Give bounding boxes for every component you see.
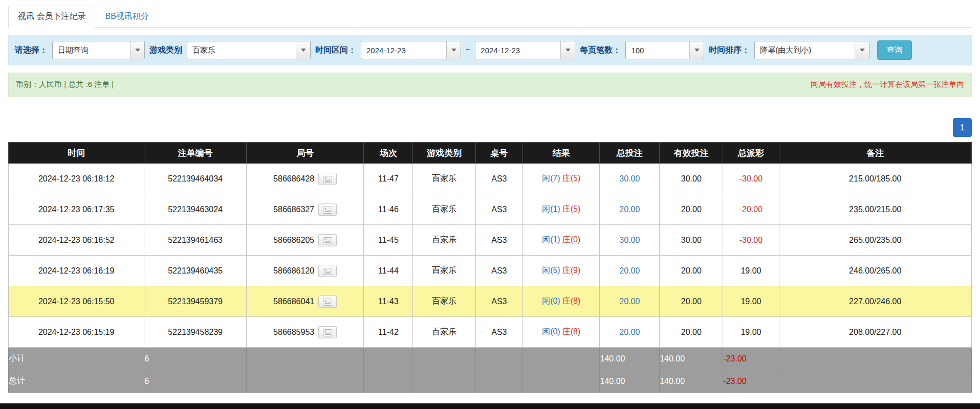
total-bet-link[interactable]: 20.00 — [619, 266, 640, 275]
round-media-button[interactable] — [318, 265, 337, 277]
cell-result: 闲(1)庄(5) — [522, 194, 600, 225]
chevron-down-icon[interactable] — [560, 41, 575, 59]
cell-payout: 19.00 — [723, 256, 779, 286]
cell-note: 215.00/185.00 — [779, 164, 972, 194]
cell-bet-id: 522139460435 — [144, 256, 246, 286]
cell-table-no: AS3 — [475, 317, 522, 348]
sort-order-select[interactable]: 降幂(由大到小) — [754, 41, 869, 59]
pagination: 1 — [8, 118, 972, 137]
cell-bet-id: 522139461463 — [144, 225, 246, 256]
image-icon — [323, 330, 332, 338]
table-body: 2024-12-23 06:18:12522139464034586686428… — [9, 164, 972, 348]
image-icon — [323, 208, 332, 215]
date-from-value: 2024-12-23 — [361, 46, 446, 55]
bottom-edge-bar — [0, 403, 980, 409]
empty-cell — [475, 348, 522, 370]
total-bet-link[interactable]: 30.00 — [619, 174, 640, 183]
chevron-down-icon[interactable] — [130, 41, 144, 59]
cell-valid-bet: 30.00 — [660, 225, 723, 256]
total-bet-link[interactable]: 20.00 — [619, 205, 640, 214]
total-valid-bet: 140.00 — [660, 370, 723, 393]
result-player: 闲(1) — [542, 235, 560, 244]
cell-table-no: AS3 — [475, 225, 522, 256]
empty-cell — [779, 370, 972, 393]
select-type-label: 请选择： — [15, 45, 48, 56]
date-to-input[interactable]: 2024-12-23 — [475, 41, 575, 59]
tab-bb-points[interactable]: BB视讯积分 — [95, 6, 158, 28]
caret-icon — [301, 49, 306, 52]
cell-session: 11-42 — [364, 317, 413, 348]
chevron-down-icon[interactable] — [689, 41, 704, 59]
subtotal-total-bet: 140.00 — [600, 348, 660, 370]
round-id-text: 586686327 — [273, 205, 314, 214]
table-footer: 小计 6 140.00 140.00 -23.00 总计 6 — [9, 348, 972, 393]
search-button[interactable]: 查询 — [877, 40, 912, 60]
cell-time: 2024-12-23 06:17:35 — [9, 194, 144, 225]
image-icon — [323, 238, 332, 246]
result-banker: 庄(0) — [562, 235, 581, 244]
table-row: 2024-12-23 06:15:50522139459379586686041… — [9, 286, 972, 317]
caret-icon — [860, 49, 865, 52]
table-row: 2024-12-23 06:15:19522139458239586685953… — [9, 317, 972, 348]
round-id-text: 586686041 — [273, 297, 314, 306]
column-header: 总派彩 — [723, 143, 779, 164]
result-player: 闲(1) — [542, 204, 560, 213]
total-bet-link[interactable]: 20.00 — [619, 297, 640, 306]
total-label: 总计 — [9, 370, 144, 393]
page-size-select[interactable]: 100 — [625, 41, 704, 59]
chevron-down-icon[interactable] — [446, 41, 461, 59]
empty-cell — [522, 370, 600, 393]
cell-valid-bet: 20.00 — [660, 317, 723, 348]
caret-icon — [451, 49, 456, 52]
table-header: 时间注单编号局号场次游戏类别桌号结果总投注有效投注总派彩备注 — [9, 143, 972, 164]
cell-payout: 19.00 — [723, 317, 779, 348]
column-header: 总投注 — [600, 143, 660, 164]
empty-cell — [364, 348, 413, 370]
cell-table-no: AS3 — [475, 286, 522, 317]
page-1-button[interactable]: 1 — [953, 118, 972, 137]
cell-payout: -30.00 — [723, 225, 779, 256]
result-banker: 庄(9) — [562, 266, 581, 275]
column-header: 结果 — [522, 143, 600, 164]
subtotal-payout: -23.00 — [723, 348, 779, 370]
total-bet-link[interactable]: 30.00 — [619, 236, 640, 244]
round-id-text: 586686120 — [273, 266, 314, 276]
sort-order-value: 降幂(由大到小) — [755, 46, 855, 55]
round-media-button[interactable] — [318, 234, 337, 246]
total-row: 总计 6 140.00 140.00 -23.00 — [9, 370, 972, 393]
round-media-button[interactable] — [318, 296, 337, 308]
date-type-select[interactable]: 日期查询 — [52, 41, 145, 59]
info-bar: 币别：人民币 | 总共 :6 注单 | 同局有效投注，统一计算在该局第一张注单内 — [8, 73, 972, 97]
cell-result: 闲(1)庄(0) — [522, 225, 600, 256]
cell-note: 246.00/265.00 — [779, 256, 972, 286]
page-size-label: 每页笔数： — [580, 45, 621, 56]
date-range-separator: ~ — [466, 46, 470, 55]
cell-session: 11-43 — [364, 286, 413, 317]
round-media-button[interactable] — [318, 203, 337, 216]
round-media-button[interactable] — [318, 173, 337, 185]
chevron-down-icon[interactable] — [855, 41, 869, 59]
column-header: 场次 — [364, 143, 413, 164]
cell-session: 11-45 — [364, 225, 413, 256]
cell-table-no: AS3 — [475, 194, 522, 225]
cell-round-id: 586686428 — [246, 164, 364, 194]
cell-note: 227.00/246.00 — [779, 286, 972, 317]
cell-bet-id: 522139458239 — [144, 317, 246, 348]
subtotal-count: 6 — [144, 348, 246, 370]
round-id-text: 586685953 — [273, 328, 314, 337]
cell-game-type: 百家乐 — [413, 256, 475, 286]
cell-round-id: 586686327 — [246, 194, 364, 225]
cell-total-bet: 20.00 — [600, 317, 660, 348]
cell-round-id: 586685953 — [246, 317, 364, 348]
round-media-button[interactable] — [318, 326, 337, 338]
cell-result: 闲(0)庄(8) — [522, 286, 600, 317]
game-type-select[interactable]: 百家乐 — [187, 41, 311, 59]
date-from-input[interactable]: 2024-12-23 — [361, 41, 461, 59]
result-player: 闲(0) — [542, 327, 560, 336]
total-bet-link[interactable]: 20.00 — [619, 328, 640, 336]
empty-cell — [246, 370, 364, 393]
subtotal-row: 小计 6 140.00 140.00 -23.00 — [9, 348, 972, 370]
chevron-down-icon[interactable] — [296, 41, 310, 59]
cell-game-type: 百家乐 — [413, 286, 475, 317]
tab-betting-records[interactable]: 视讯 会员下注纪录 — [8, 6, 95, 28]
